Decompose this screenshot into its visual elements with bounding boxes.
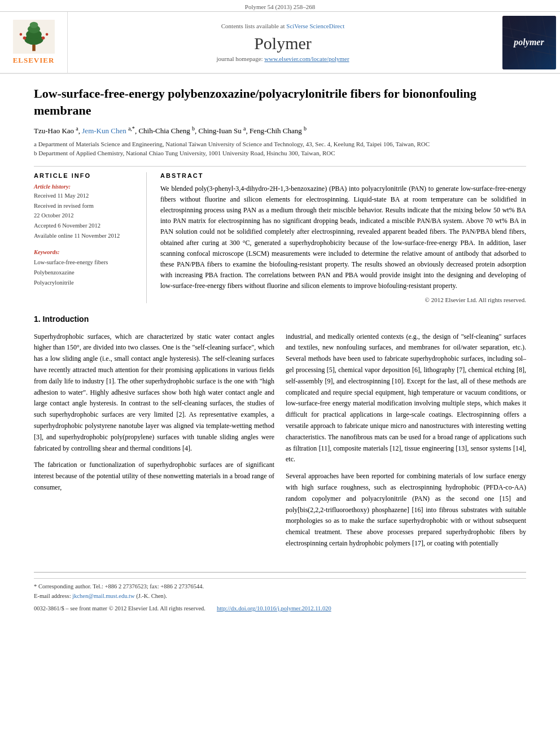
polymer-badge-text: polymer xyxy=(514,37,544,47)
keywords-label: Keywords: xyxy=(34,249,138,255)
email-note: E-mail address: jkchen@mail.must.edu.tw … xyxy=(34,592,526,601)
authors-line: Tzu-Hao Kao a, Jem-Kun Chen a,*, Chih-Ch… xyxy=(34,125,526,136)
elsevier-logo-area: ELSEVIER xyxy=(0,12,68,73)
intro-section: 1. Introduction Superhydrophobic surface… xyxy=(34,314,526,555)
bottom-bar: 0032-3861/$ – see front matter © 2012 El… xyxy=(34,605,526,617)
elsevier-logo: ELSEVIER xyxy=(11,20,56,65)
intro-title: 1. Introduction xyxy=(34,314,526,324)
keyword-3: Polyacrylonitrile xyxy=(34,278,138,288)
journal-ref: Polymer 54 (2013) 258–268 xyxy=(245,3,315,10)
history-label: Article history: xyxy=(34,184,138,190)
homepage-url[interactable]: www.elsevier.com/locate/polymer xyxy=(264,55,349,62)
svg-point-8 xyxy=(19,33,22,36)
article-info-abstract-section: ARTICLE INFO Article history: Received 1… xyxy=(34,166,526,303)
received-date: Received 11 May 2012 Received in revised… xyxy=(34,191,138,241)
corresponding-note: * Corresponding author. Tel.: +886 2 273… xyxy=(34,582,526,592)
svg-point-7 xyxy=(41,37,45,40)
keyword-2: Polybenzoxazine xyxy=(34,268,138,278)
article-history: Article history: Received 11 May 2012 Re… xyxy=(34,184,138,241)
intro-para3: industrial, and medically oriented conte… xyxy=(286,331,526,466)
doi-link[interactable]: http://dx.doi.org/10.1016/j.polymer.2012… xyxy=(217,605,331,611)
affiliations: a Department of Materials Science and En… xyxy=(34,139,526,158)
intro-para1: Superhydrophobic surfaces, which are cha… xyxy=(34,331,274,455)
journal-ref-header: Polymer 54 (2013) 258–268 xyxy=(0,0,560,12)
affiliation-a: a Department of Materials Science and En… xyxy=(34,139,526,149)
main-content: Low-surface-free-energy polybenzoxazine/… xyxy=(0,74,560,572)
email-name: (J.-K. Chen). xyxy=(136,593,167,599)
article-info-header: ARTICLE INFO xyxy=(34,172,138,179)
keywords-list: Low-surface-free-energy fibers Polybenzo… xyxy=(34,257,138,288)
intro-right: industrial, and medically oriented conte… xyxy=(286,331,526,555)
email-link[interactable]: jkchen@mail.must.edu.tw xyxy=(72,593,134,599)
journal-center-banner: Contents lists available at SciVerse Sci… xyxy=(68,12,498,73)
email-label: E-mail address: xyxy=(34,593,71,599)
svg-point-5 xyxy=(29,22,38,28)
abstract-header: ABSTRACT xyxy=(160,172,526,179)
intro-para4: Several approaches have been reported fo… xyxy=(286,471,526,549)
polymer-badge: polymer xyxy=(502,16,556,69)
abstract-col: ABSTRACT We blended poly(3-phenyl-3,4-di… xyxy=(160,172,526,303)
svg-point-6 xyxy=(23,37,26,40)
sciverse-text: Contents lists available at xyxy=(221,23,285,29)
abstract-text: We blended poly(3-phenyl-3,4-dihydro-2H-… xyxy=(160,184,526,292)
keyword-1: Low-surface-free-energy fibers xyxy=(34,257,138,268)
page-container: Polymer 54 (2013) 258–268 xyxy=(0,0,560,617)
journal-title-banner: Polymer xyxy=(254,34,312,53)
journal-homepage: journal homepage: www.elsevier.com/locat… xyxy=(216,55,349,62)
footer-divider xyxy=(34,572,526,573)
footer-area: * Corresponding author. Tel.: +886 2 273… xyxy=(34,578,526,618)
polymer-badge-area: polymer xyxy=(498,12,560,73)
svg-point-9 xyxy=(45,33,48,36)
issn-text: 0032-3861/$ – see front matter © 2012 El… xyxy=(34,605,205,611)
author-jemkun[interactable]: Jem-Kun Chen xyxy=(82,127,126,136)
sciverse-line: Contents lists available at SciVerse Sci… xyxy=(221,23,344,29)
keywords-block: Keywords: Low-surface-free-energy fibers… xyxy=(34,249,138,288)
article-title: Low-surface-free-energy polybenzoxazine/… xyxy=(34,85,526,119)
elsevier-tree-icon xyxy=(11,20,56,54)
intro-para2: The fabrication or functionalization of … xyxy=(34,460,274,493)
intro-two-col: Superhydrophobic surfaces, which are cha… xyxy=(34,331,526,555)
intro-left: Superhydrophobic surfaces, which are cha… xyxy=(34,331,274,555)
homepage-label: journal homepage: xyxy=(216,55,262,62)
elsevier-label: ELSEVIER xyxy=(13,56,55,65)
article-info-col: ARTICLE INFO Article history: Received 1… xyxy=(34,172,147,303)
affiliation-b: b Department of Applied Chemistry, Natio… xyxy=(34,148,526,158)
journal-banner: ELSEVIER Contents lists available at Sci… xyxy=(0,12,560,74)
copyright-line: © 2012 Elsevier Ltd. All rights reserved… xyxy=(160,296,526,303)
sciverse-link[interactable]: SciVerse ScienceDirect xyxy=(286,23,344,29)
